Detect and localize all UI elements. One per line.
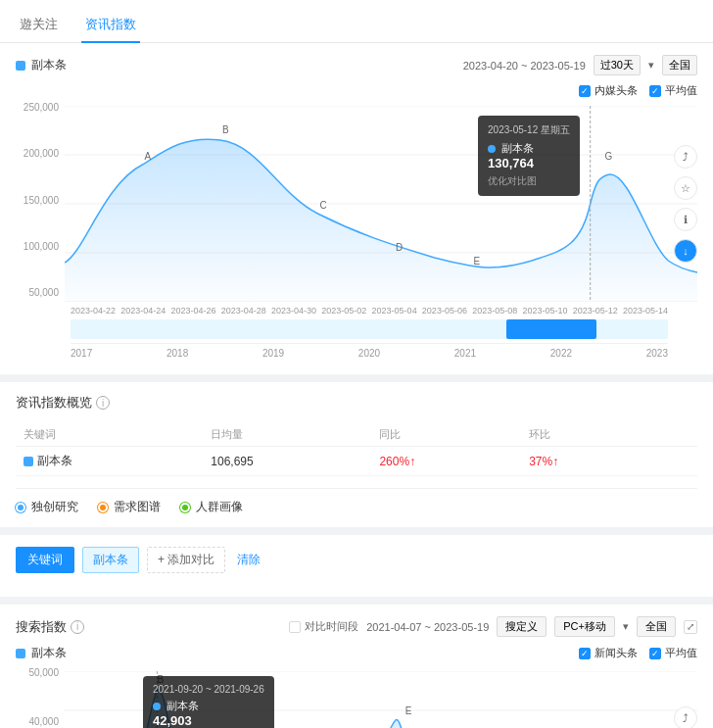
checkbox-pingjun-label: 平均值	[665, 83, 697, 98]
metrics-title: 资讯指数概览 i	[16, 394, 697, 412]
search-share-icon[interactable]: ⤴	[674, 706, 697, 728]
news-chart-header: 副本条 2023-04-20 ~ 2023-05-19 过30天 ▾ 全国	[16, 55, 697, 75]
row-daily: 106,695	[203, 447, 371, 476]
period-button[interactable]: 过30天	[594, 55, 641, 75]
col-extra	[652, 423, 697, 447]
platform-button[interactable]: PC+移动	[554, 616, 615, 637]
row-yoy: 260%↑	[371, 447, 521, 476]
metrics-header-row: 关键词 日均量 同比 环比	[16, 423, 697, 447]
timeline-bar-fill	[506, 319, 596, 339]
checkbox-neimei-label: 内媒头条	[594, 83, 638, 98]
checkbox-neimei-box[interactable]	[579, 85, 591, 97]
x-label-4: 2023-04-30	[271, 306, 316, 315]
tab-zixunzhishu[interactable]: 资讯指数	[81, 8, 140, 43]
nav-xuqiu[interactable]: 需求图谱	[98, 499, 161, 515]
search-title: 搜索指数 i	[16, 618, 84, 636]
expand-icon[interactable]: ⤢	[684, 620, 697, 634]
compare-checkbox-box[interactable]	[289, 621, 301, 633]
y-label-1: 250,000	[16, 102, 59, 113]
clear-button[interactable]: 清除	[233, 548, 264, 572]
timeline-section: 2017 2018 2019 2020 2021 2022 2023	[71, 319, 668, 363]
svg-text:A: A	[144, 151, 151, 162]
tl-6: 2023	[646, 348, 668, 359]
row-legend-dot	[24, 457, 33, 466]
search-legend-label: 副本条	[31, 645, 67, 661]
search-date-range: 2021-04-07 ~ 2023-05-19	[366, 621, 489, 633]
news-chart-area: A B C D E G 2023-05-12 星期五 副本条 130,764 优…	[65, 106, 697, 302]
x-label-5: 2023-05-02	[321, 306, 366, 315]
news-chart-section: 副本条 2023-04-20 ~ 2023-05-19 过30天 ▾ 全国 内媒…	[0, 43, 713, 374]
checkbox-pingjun[interactable]: 平均值	[649, 83, 697, 98]
x-label-2: 2023-04-26	[171, 306, 216, 315]
y-label-3: 150,000	[16, 195, 59, 206]
search-title-text: 搜索指数	[16, 618, 67, 636]
search-checkbox-xinwen-label: 新闻头条	[594, 646, 638, 660]
search-checkbox-pingjun-box[interactable]	[649, 648, 661, 659]
metrics-data-row: 副本条 106,695 260%↑ 37%↑	[16, 447, 697, 476]
y-label-5: 50,000	[16, 287, 59, 298]
tl-1: 2018	[166, 348, 188, 359]
search-right-icons: ⤴ ☆ ℹ	[674, 706, 697, 728]
search-checkbox-xinwen-box[interactable]	[579, 648, 591, 659]
nav-label-1: 需求图谱	[114, 499, 161, 515]
col-yoy: 同比	[371, 423, 521, 447]
checkbox-pingjun-box[interactable]	[649, 85, 661, 97]
x-label-10: 2023-05-12	[573, 306, 618, 315]
top-tabs: 遊关注 资讯指数	[0, 0, 713, 43]
metrics-info-icon[interactable]: i	[96, 396, 110, 410]
y-axis: 250,000 200,000 150,000 100,000 50,000	[16, 102, 65, 298]
tl-3: 2020	[358, 348, 380, 359]
region-button[interactable]: 全国	[662, 55, 697, 75]
news-chart-controls: 2023-04-20 ~ 2023-05-19 过30天 ▾ 全国	[463, 55, 697, 75]
svg-text:G: G	[605, 151, 613, 162]
search-chart-svg: A B C D E F G	[65, 671, 697, 728]
nav-renqun[interactable]: 人群画像	[180, 499, 243, 515]
nav-duzhuang[interactable]: 独创研究	[16, 499, 78, 515]
search-checkbox-pingjun[interactable]: 平均值	[649, 646, 697, 660]
keyword-button[interactable]: 关键词	[16, 547, 74, 573]
x-label-7: 2023-05-06	[422, 306, 467, 315]
row-label-text: 副本条	[37, 453, 72, 469]
tl-0: 2017	[71, 348, 92, 359]
svg-text:B: B	[157, 674, 164, 685]
download-icon[interactable]: ↓	[674, 239, 697, 263]
svg-text:D: D	[396, 242, 403, 253]
svg-text:C: C	[319, 200, 326, 211]
x-label-11: 2023-05-14	[623, 306, 668, 315]
share-icon[interactable]: ⤴	[674, 145, 697, 169]
news-legend: 副本条	[16, 57, 67, 73]
add-compare-button[interactable]: + 添加对比	[147, 547, 225, 573]
news-chart-svg: A B C D E G	[65, 106, 697, 302]
nav-dot-green	[180, 503, 190, 512]
checkbox-neimei[interactable]: 内媒头条	[579, 83, 638, 98]
svg-text:E: E	[405, 705, 412, 716]
search-legend: 副本条	[16, 645, 67, 661]
metrics-table: 关键词 日均量 同比 环比 副本条 106,695 260%	[16, 423, 697, 476]
nav-label-2: 人群画像	[196, 499, 243, 515]
define-button[interactable]: 搜定义	[497, 616, 547, 637]
search-legend-dot	[16, 649, 25, 658]
row-mom: 37%↑	[521, 447, 651, 476]
tab-youguanzhu[interactable]: 遊关注	[16, 8, 62, 43]
search-section: 搜索指数 i 对比时间段 2021-04-07 ~ 2023-05-19 搜定义…	[0, 605, 713, 728]
timeline-bar	[71, 319, 668, 339]
search-info-icon[interactable]: i	[71, 620, 84, 634]
keywords-bar: 关键词 副本条 + 添加对比 清除	[16, 547, 697, 573]
star-icon[interactable]: ☆	[674, 176, 697, 200]
compare-checkbox[interactable]: 对比时间段	[289, 619, 358, 634]
x-axis: 2023-04-22 2023-04-24 2023-04-26 2023-04…	[71, 306, 668, 315]
row-label: 副本条	[16, 447, 203, 476]
search-region-button[interactable]: 全国	[637, 616, 676, 637]
search-legend-row: 副本条 新闻头条 平均值	[16, 645, 697, 661]
tag-button[interactable]: 副本条	[82, 547, 139, 573]
search-checkbox-xinwen[interactable]: 新闻头条	[579, 646, 638, 660]
info-circle-icon[interactable]: ℹ	[674, 208, 697, 231]
right-icons: ⤴ ☆ ℹ ↓	[674, 145, 697, 263]
tl-4: 2021	[454, 348, 476, 359]
x-axis-labels: 2023-04-22 2023-04-24 2023-04-26 2023-04…	[71, 306, 668, 315]
keywords-section: 关键词 副本条 + 添加对比 清除	[0, 535, 713, 597]
nav-dot-orange	[98, 503, 108, 512]
news-date-range: 2023-04-20 ~ 2023-05-19	[463, 60, 586, 72]
metrics-title-text: 资讯指数概览	[16, 394, 92, 412]
separator: ▾	[648, 59, 654, 72]
